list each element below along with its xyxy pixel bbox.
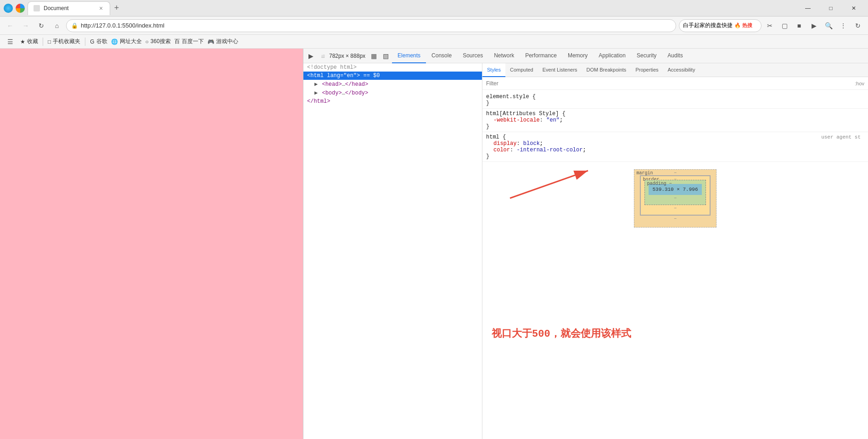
styles-tab-styles[interactable]: Styles: [482, 63, 505, 77]
css-close: }: [486, 100, 864, 106]
security-icon: 🔒: [71, 22, 78, 29]
title-bar: Document × + — □ ✕: [0, 0, 868, 17]
star-icon: ★: [20, 39, 25, 45]
viewport-size-label: 782px × 888px: [329, 53, 365, 59]
device-toolbar-button[interactable]: ◽: [317, 50, 328, 61]
devtools-main: <!doctype html> <html lang="en"> == $0 ▶…: [303, 63, 868, 439]
arrow-icon: ▶: [314, 90, 318, 96]
bookmark-google[interactable]: G 谷歌: [90, 38, 107, 45]
forward-button[interactable]: →: [19, 19, 32, 32]
box-model-area: margin − border − paddin: [482, 162, 868, 235]
search360-icon: ○: [146, 39, 149, 45]
bookmark-favorites[interactable]: ★ 收藏: [20, 38, 38, 45]
css-selector: element.style {: [486, 94, 864, 100]
padding-label: padding −: [647, 181, 672, 186]
window-controls: — □ ✕: [797, 1, 864, 15]
maximize-button[interactable]: □: [820, 1, 841, 15]
css-selector: html[Attributes Style] {: [486, 111, 864, 117]
fullscreen-button[interactable]: ▧: [380, 50, 391, 61]
styles-tab-event-listeners[interactable]: Event Listeners: [538, 63, 582, 77]
doctype-text: <!doctype html>: [307, 64, 357, 71]
dom-line-body[interactable]: ▶ <body>…</body>: [303, 89, 482, 97]
browser-tab[interactable]: Document ×: [28, 1, 110, 15]
tab-elements[interactable]: Elements: [392, 49, 426, 63]
filter-bar: :hov: [482, 77, 868, 90]
screenshot-button[interactable]: ▦: [368, 50, 379, 61]
css-rule-element-style: element.style { }: [482, 92, 868, 109]
browser-logo2-icon: [16, 4, 25, 13]
filter-input[interactable]: [486, 80, 853, 87]
elements-panel: <!doctype html> <html lang="en"> == $0 ▶…: [303, 63, 482, 439]
annotation-text-container: 视口大于500，就会使用该样式: [492, 235, 859, 340]
new-tab-button[interactable]: +: [110, 2, 123, 15]
bookmark-label: 谷歌: [96, 38, 107, 45]
nav-bar: ← → ↻ ⌂ 🔒 http://127.0.0.1:5500/index.ht…: [0, 17, 868, 35]
user-agent-label: user agent st: [821, 134, 864, 140]
scissors-icon[interactable]: ✂: [763, 19, 776, 32]
tab-bar: Document × +: [28, 1, 795, 15]
tab-network[interactable]: Network: [488, 49, 520, 63]
nav-actions: 白手起家的搜盘快捷 🔥 热搜 ✂ ▢ ■ ▶ 🔍 ⋮ ↻: [679, 19, 864, 32]
tab-console[interactable]: Console: [426, 49, 457, 63]
tab-security[interactable]: Security: [631, 49, 662, 63]
bookmarks-bar: ☰ ★ 收藏 □ 手机收藏夹 G 谷歌 🌐 网址大全 ○ 360搜索 百 百度一…: [0, 35, 868, 49]
devtools-tabs: Elements Console Sources Network Perform…: [392, 49, 689, 63]
google-icon: G: [90, 39, 94, 45]
bookmark-games[interactable]: 🎮 游戏中心: [207, 38, 238, 45]
dom-line-head[interactable]: ▶ <head>…</head>: [303, 80, 482, 89]
address-bar[interactable]: 🔒 http://127.0.0.1:5500/index.html: [66, 19, 676, 32]
border-bottom-dash: −: [644, 206, 706, 211]
styles-tab-accessibility[interactable]: Accessibility: [663, 63, 700, 77]
search-bar[interactable]: 白手起家的搜盘快捷 🔥 热搜: [679, 19, 762, 32]
extension-icon[interactable]: ▢: [778, 19, 791, 32]
address-url: http://127.0.0.1:5500/index.html: [81, 22, 671, 29]
css-close: }: [486, 123, 864, 130]
bookmark-mobile[interactable]: □ 手机收藏夹: [48, 38, 80, 45]
css-rule-html: html { user agent st display: block; col…: [482, 132, 868, 162]
shield-icon[interactable]: ■: [793, 19, 806, 32]
tab-application[interactable]: Application: [593, 49, 631, 63]
styles-tab-properties[interactable]: Properties: [631, 63, 663, 77]
dom-line-doctype[interactable]: <!doctype html>: [303, 63, 482, 72]
game-icon[interactable]: ▶: [807, 19, 820, 32]
browser-logo-icon: [4, 4, 13, 13]
tab-performance[interactable]: Performance: [520, 49, 562, 63]
tab-audits[interactable]: Audits: [662, 49, 688, 63]
home-button[interactable]: ⌂: [50, 19, 63, 32]
browser-window: Document × + — □ ✕ ← → ↻ ⌂ 🔒 http://127.…: [0, 0, 868, 439]
bookmark-baidu[interactable]: 百 百度一下: [174, 38, 204, 45]
styles-tab-computed[interactable]: Computed: [505, 63, 538, 77]
box-model-diagram: margin − border − paddin: [634, 169, 716, 228]
bookmark-label: 网址大全: [120, 38, 142, 45]
refresh-button[interactable]: ↻: [35, 19, 48, 32]
tab-memory[interactable]: Memory: [562, 49, 593, 63]
back-button[interactable]: ←: [4, 19, 17, 32]
bookmark-separator: [85, 38, 85, 46]
minimize-button[interactable]: —: [797, 1, 818, 15]
browser-viewport: [0, 49, 303, 439]
back-forward-icon[interactable]: ↻: [851, 19, 864, 32]
bookmark-label: 收藏: [27, 38, 38, 45]
styles-tabs: Styles Computed Event Listeners DOM Brea…: [482, 63, 868, 77]
baidu-icon: 百: [174, 38, 180, 45]
search-icon[interactable]: 🔍: [822, 19, 835, 32]
sidebar-toggle-button[interactable]: ☰: [4, 35, 17, 48]
checkbox-icon: □: [48, 39, 51, 45]
css-rules: element.style { } html[Attributes Style]…: [482, 90, 868, 439]
dom-line-html[interactable]: <html lang="en"> == $0: [303, 72, 482, 80]
bookmark-360[interactable]: ○ 360搜索: [146, 38, 171, 45]
dom-line-html-close[interactable]: </html>: [303, 97, 482, 106]
tab-close-button[interactable]: ×: [98, 5, 104, 11]
filter-hov-label[interactable]: :hov: [855, 81, 864, 86]
inspect-element-button[interactable]: ▶: [305, 50, 316, 61]
tab-sources[interactable]: Sources: [457, 49, 488, 63]
grid-icon[interactable]: ⋮: [837, 19, 850, 32]
devtools-panel: ▶ ◽ 782px × 888px ▦ ▧ Elements Console S…: [303, 49, 868, 439]
styles-panel: Styles Computed Event Listeners DOM Brea…: [482, 63, 868, 439]
bookmark-nav[interactable]: 🌐 网址大全: [111, 38, 142, 45]
styles-tab-dom-breakpoints[interactable]: DOM Breakpoints: [582, 63, 631, 77]
close-button[interactable]: ✕: [843, 1, 864, 15]
css-prop-line: -webkit-locale: "en";: [486, 117, 864, 123]
tab-title: Document: [44, 5, 69, 11]
nav-icon: 🌐: [111, 39, 118, 45]
